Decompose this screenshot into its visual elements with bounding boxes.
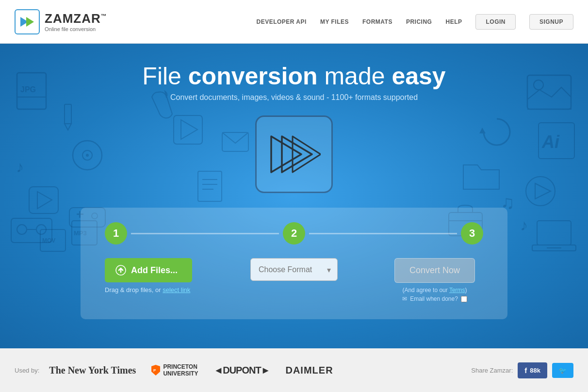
nav-my-files[interactable]: MY FILES — [320, 18, 349, 25]
add-files-button[interactable]: Add Files... — [105, 258, 192, 282]
brand-nyt: The New York Times — [49, 365, 136, 376]
svg-rect-23 — [222, 132, 248, 151]
svg-marker-1 — [26, 17, 34, 27]
svg-text:♪: ♪ — [16, 158, 24, 176]
logo-subtitle: Online file conversion — [45, 26, 107, 32]
svg-marker-12 — [37, 192, 52, 209]
svg-rect-28 — [527, 75, 571, 109]
login-button[interactable]: LOGIN — [475, 14, 516, 30]
step-line-2 — [309, 233, 457, 234]
logo-text: ZAMZAR™ Online file conversion — [45, 11, 107, 32]
facebook-icon: f — [524, 366, 527, 375]
svg-point-34 — [526, 177, 555, 206]
step-2-action: Choose Format PDF MP3 JPG PNG MP4 — [241, 258, 347, 281]
logo-icon — [15, 9, 40, 34]
facebook-share-button[interactable]: f 88k — [518, 362, 547, 378]
svg-point-8 — [82, 150, 92, 160]
svg-text:MOV: MOV — [42, 237, 55, 244]
terms-link[interactable]: Terms — [449, 287, 465, 294]
share-section: Share Zamzar: f 88k 🐦 — [471, 362, 573, 378]
step-line-1 — [131, 233, 279, 234]
svg-marker-46 — [271, 136, 301, 172]
step-3-action: Convert Now (And agree to our Terms) ✉ E… — [386, 258, 483, 302]
svg-marker-48 — [293, 136, 321, 172]
facebook-count: 88k — [530, 367, 540, 374]
svg-marker-32 — [479, 128, 486, 133]
svg-rect-24 — [198, 171, 222, 201]
steps-track: 1 2 3 — [105, 222, 483, 245]
format-select[interactable]: Choose Format PDF MP3 JPG PNG MP4 — [250, 258, 338, 281]
logo-area: ZAMZAR™ Online file conversion — [15, 9, 107, 34]
step-3-circle: 3 — [461, 222, 483, 245]
signup-button[interactable]: SIGNUP — [529, 14, 573, 30]
twitter-share-button[interactable]: 🐦 — [552, 363, 573, 378]
step-2-circle: 2 — [283, 222, 305, 245]
select-link[interactable]: select link — [163, 286, 190, 294]
step-1-action: Add Files... Drag & drop files, or selec… — [105, 258, 202, 294]
format-select-wrapper: Choose Format PDF MP3 JPG PNG MP4 — [250, 258, 338, 281]
steps-actions: Add Files... Drag & drop files, or selec… — [105, 258, 483, 302]
svg-rect-21 — [174, 115, 202, 144]
svg-rect-2 — [17, 73, 46, 109]
svg-text:JPG: JPG — [20, 85, 36, 94]
nav-help[interactable]: HELP — [445, 18, 462, 25]
terms-text: (And agree to our Terms) — [402, 287, 467, 294]
svg-point-7 — [73, 141, 102, 170]
svg-point-9 — [86, 154, 89, 157]
brand-dupont: ◄DUPONT► — [213, 365, 270, 376]
svg-rect-5 — [65, 104, 71, 124]
svg-rect-39 — [537, 221, 571, 245]
used-by-label: Used by: — [15, 367, 39, 374]
twitter-icon: 🐦 — [559, 367, 567, 374]
step-1-circle: 1 — [105, 222, 127, 245]
upload-icon — [115, 265, 126, 276]
header: ZAMZAR™ Online file conversion DEVELOPER… — [0, 0, 588, 44]
drag-drop-text: Drag & drop files, or select link — [105, 286, 190, 294]
svg-text:P: P — [153, 368, 156, 373]
email-checkbox[interactable] — [461, 296, 467, 302]
footer-bar: Used by: The New York Times P PRINCETONU… — [0, 348, 588, 392]
email-when-done-label: Email when done? — [410, 295, 458, 302]
logo-name: ZAMZAR™ — [45, 11, 107, 26]
convert-now-button[interactable]: Convert Now — [394, 258, 475, 283]
footer-brands: The New York Times P PRINCETONUNIVERSITY… — [49, 363, 471, 377]
hero-section: JPG ♪ — [0, 44, 588, 348]
svg-point-29 — [534, 80, 543, 90]
svg-marker-22 — [181, 120, 197, 139]
nav-pricing[interactable]: PRICING — [406, 18, 432, 25]
nav-developer-api[interactable]: DEVELOPER API — [256, 18, 306, 25]
nav-formats[interactable]: FORMATS — [362, 18, 392, 25]
princeton-shield-icon: P — [151, 365, 160, 376]
svg-marker-47 — [282, 136, 312, 172]
hero-title: File conversion made easy — [142, 62, 445, 90]
svg-text:♪: ♪ — [520, 216, 528, 234]
svg-marker-35 — [535, 183, 551, 199]
svg-rect-30 — [539, 123, 574, 159]
brand-princeton: P PRINCETONUNIVERSITY — [151, 363, 198, 377]
svg-rect-13 — [11, 218, 52, 243]
center-logo — [255, 115, 333, 193]
svg-rect-44 — [40, 229, 65, 251]
steps-panel: 1 2 3 Add Files... Drag & dr — [81, 208, 507, 319]
main-nav: DEVELOPER API MY FILES FORMATS PRICING H… — [256, 14, 573, 30]
svg-rect-40 — [532, 245, 576, 251]
mail-icon: ✉ — [402, 295, 407, 302]
svg-text:Ai: Ai — [541, 132, 560, 152]
hero-subtitle: Convert documents, images, videos & soun… — [170, 93, 418, 102]
svg-point-14 — [17, 225, 27, 234]
share-label: Share Zamzar: — [471, 367, 513, 374]
email-check-row: ✉ Email when done? — [402, 295, 467, 302]
svg-marker-6 — [65, 124, 71, 130]
svg-point-15 — [36, 225, 46, 234]
brand-daimler: DAIMLER — [285, 365, 333, 376]
svg-rect-11 — [29, 187, 58, 213]
